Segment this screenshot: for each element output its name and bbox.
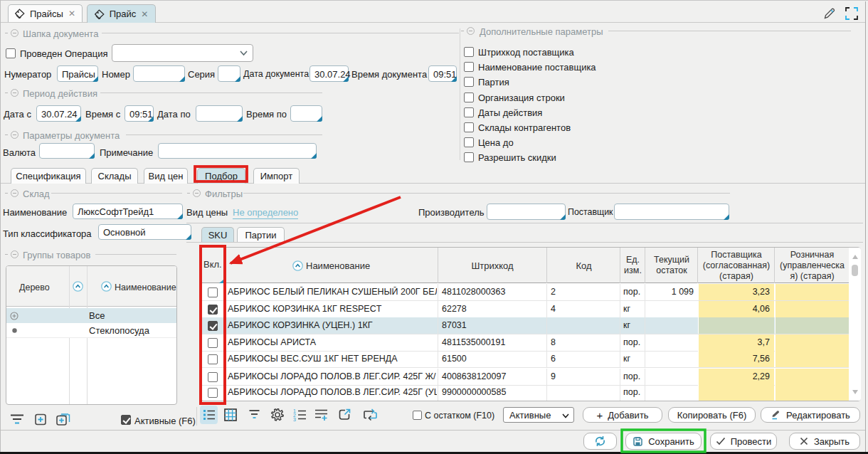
svg-text:3: 3	[293, 417, 296, 421]
